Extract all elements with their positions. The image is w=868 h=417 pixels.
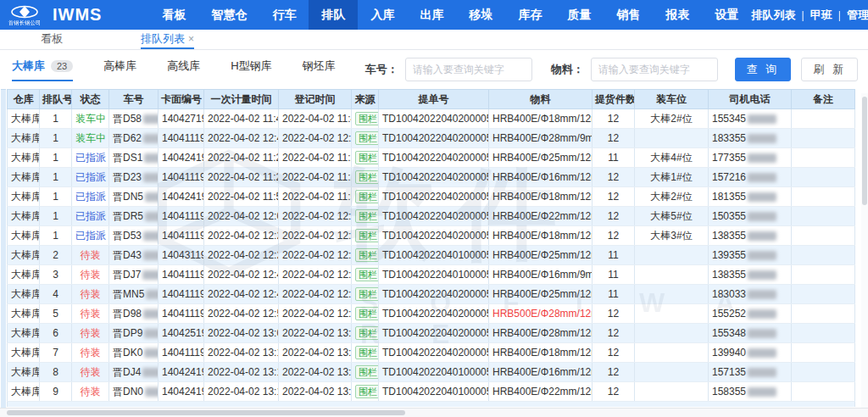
cell-queue-no: 1 bbox=[40, 207, 72, 226]
cell-slot bbox=[635, 246, 709, 265]
query-button[interactable]: 查 询 bbox=[735, 58, 792, 81]
cell-register-time: 2022-04-02 12:41 bbox=[279, 265, 352, 285]
cell-card-no: 14042419 bbox=[159, 382, 204, 402]
refresh-button[interactable]: 刷 新 bbox=[801, 58, 858, 81]
cell-status: 已指派 bbox=[72, 148, 109, 168]
material-text: HRB400E/Φ25mm/12m bbox=[492, 152, 593, 164]
cell-status: 待装 bbox=[72, 304, 109, 324]
nav-item-2[interactable]: 智慧仓 bbox=[198, 0, 259, 30]
nav-item-5[interactable]: 入库 bbox=[358, 0, 407, 30]
plate-search-input[interactable] bbox=[405, 58, 532, 81]
cell-warehouse: 大棒库 bbox=[8, 109, 40, 129]
nav-item-6[interactable]: 出库 bbox=[407, 0, 456, 30]
plate-blur-mask bbox=[142, 368, 158, 377]
cell-qty: 11 bbox=[593, 246, 635, 265]
material-text: HRB500E/Φ28mm/12m bbox=[492, 308, 593, 320]
view-tab-2[interactable]: 排队列表× bbox=[141, 30, 194, 49]
table-row[interactable]: 大棒库 1 装车中 晋D58 14042719 2022-04-02 11:43… bbox=[8, 109, 855, 129]
cell-status: 已指派 bbox=[72, 187, 109, 207]
cell-queue-no: 8 bbox=[40, 363, 72, 382]
cell-status: 待装 bbox=[72, 285, 109, 304]
user-area[interactable]: 排队列表 | 甲班 | 管理员 ▾ bbox=[751, 8, 868, 23]
view-tab-1[interactable]: 看板 bbox=[41, 30, 63, 49]
user-shift[interactable]: 甲班 bbox=[810, 8, 832, 23]
column-header-3: 状态 bbox=[72, 90, 109, 109]
table-row[interactable]: 大棒库 8 待装 晋DJ4 14042419 2022-04-02 13:15 … bbox=[8, 363, 855, 382]
cell-measure-time: 2022-04-02 12:50 bbox=[204, 304, 279, 324]
table-row[interactable]: 大棒库 1 已指派 晋D23 14041119 2022-04-02 11:26… bbox=[8, 168, 855, 187]
cell-remark bbox=[792, 148, 855, 168]
status-badge: 已指派 bbox=[75, 230, 106, 242]
plate-blur-mask bbox=[144, 153, 158, 163]
horizontal-scrollbar[interactable] bbox=[0, 408, 868, 417]
user-context[interactable]: 排队列表 bbox=[751, 8, 795, 23]
table-row[interactable]: 大棒库 9 待装 晋DN0 14042419 2022-04-02 13:18 … bbox=[8, 382, 855, 402]
vertical-scrollbar[interactable] bbox=[861, 93, 868, 409]
left-rail bbox=[1, 89, 6, 409]
phone-prefix: 183355 bbox=[712, 132, 746, 144]
material-search-input[interactable] bbox=[591, 58, 718, 81]
cell-card-no: 14042519 bbox=[159, 324, 204, 343]
cell-slot bbox=[635, 265, 709, 285]
table-row[interactable]: 大棒库 7 待装 晋DK0 14041119 2022-04-02 13:11 … bbox=[8, 343, 855, 363]
cell-plate: 晋DN5 bbox=[109, 187, 159, 207]
nav-item-9[interactable]: 质量 bbox=[554, 0, 604, 30]
table-row[interactable]: 大棒库 1 装车中 晋D62 14041119 2022-04-02 12:46… bbox=[8, 129, 855, 148]
warehouse-tab-1[interactable]: 大棒库23 bbox=[12, 58, 73, 81]
warehouse-tab-2[interactable]: 高棒库 bbox=[103, 58, 136, 81]
cell-measure-time: 2022-04-02 12:41 bbox=[204, 265, 279, 285]
status-badge: 装车中 bbox=[75, 113, 106, 125]
table-row[interactable]: 大棒库 1 已指派 晋D53 14041119 2022-04-02 12:21… bbox=[8, 226, 855, 246]
warehouse-tab-3[interactable]: 高线库 bbox=[167, 58, 200, 81]
source-tag: 围栏 bbox=[355, 287, 379, 301]
nav-item-1[interactable]: 看板 bbox=[149, 0, 198, 30]
table-row[interactable]: 大棒库 5 待装 晋D98 14041119 2022-04-02 12:50 … bbox=[8, 304, 855, 324]
table-row[interactable]: 大棒库 6 待装 晋DP9 14042519 2022-04-02 13:09 … bbox=[8, 324, 855, 343]
nav-item-11[interactable]: 报表 bbox=[653, 0, 702, 30]
cell-remark bbox=[792, 129, 855, 148]
cell-register-time: 2022-04-02 11:53 bbox=[279, 187, 352, 207]
cell-material: HRB400E/Φ18mm/12m bbox=[489, 343, 593, 363]
cell-slot bbox=[635, 129, 709, 148]
cell-measure-time: 2022-04-02 13:11 bbox=[204, 343, 279, 363]
table-row[interactable]: 大棒库 3 待装 晋DJ7 14041119 2022-04-02 12:41 … bbox=[8, 265, 855, 285]
cell-material: HRB400E/Φ18mm/12m bbox=[489, 226, 593, 246]
table-row[interactable]: 大棒库 1 已指派 晋DS1 14042419 2022-04-02 11:26… bbox=[8, 148, 855, 168]
cell-material: HRB400E/Φ22mm/12m bbox=[489, 207, 593, 226]
warehouse-tab-5[interactable]: 钢坯库 bbox=[303, 58, 336, 81]
cell-bill-no: TD10042022040200005320 bbox=[379, 324, 489, 343]
cell-warehouse: 大棒库 bbox=[8, 207, 40, 226]
nav-item-7[interactable]: 移垛 bbox=[456, 0, 505, 30]
cell-source: 围栏 bbox=[352, 343, 379, 363]
cell-remark bbox=[792, 304, 855, 324]
material-text: HRB400E/Φ16mm/9m bbox=[492, 269, 593, 281]
phone-blur-mask bbox=[748, 153, 776, 163]
company-logo: 首钢长钢公司 bbox=[7, 5, 42, 25]
plate-blur-mask bbox=[143, 231, 158, 241]
nav-item-3[interactable]: 行车 bbox=[259, 0, 309, 30]
table-row[interactable]: 大棒库 1 已指派 晋DR5 14041119 2022-04-02 12:02… bbox=[8, 207, 855, 226]
material-text: HRB400E/Φ25mm/12m bbox=[492, 249, 593, 261]
status-badge: 已指派 bbox=[75, 191, 106, 203]
cell-phone: 157216 bbox=[709, 168, 792, 187]
vertical-scrollbar-thumb[interactable] bbox=[862, 97, 867, 205]
warehouse-tab-4[interactable]: H型钢库 bbox=[231, 58, 271, 81]
cell-register-time: 2022-04-02 13:12 bbox=[279, 343, 352, 363]
close-icon[interactable]: × bbox=[188, 33, 194, 45]
table-row[interactable]: 大棒库 2 待装 晋D43 14043119 2022-04-02 12:24 … bbox=[8, 246, 855, 265]
nav-item-8[interactable]: 库存 bbox=[505, 0, 554, 30]
cell-card-no: 14041119 bbox=[159, 207, 204, 226]
plate-prefix: 晋MN5 bbox=[113, 288, 144, 300]
nav-item-10[interactable]: 销售 bbox=[604, 0, 653, 30]
nav-item-12[interactable]: 设置 bbox=[702, 0, 751, 30]
user-role[interactable]: 管理员 bbox=[847, 8, 868, 23]
table-row[interactable]: 大棒库 1 已指派 晋DN5 14042419 2022-04-02 11:53… bbox=[8, 187, 855, 207]
cell-phone: 138355 bbox=[709, 265, 792, 285]
column-header-4: 车号 bbox=[109, 90, 159, 109]
cell-source: 围栏 bbox=[352, 304, 379, 324]
material-text: HRB400E/Φ22mm/12m bbox=[492, 210, 593, 222]
horizontal-scrollbar-thumb[interactable] bbox=[7, 410, 405, 415]
nav-item-4[interactable]: 排队 bbox=[309, 0, 358, 30]
table-row[interactable]: 大棒库 4 待装 晋MN5 14041119 2022-04-02 12:49 … bbox=[8, 285, 855, 304]
cell-material: HRB400E/Φ22mm/12m bbox=[489, 382, 593, 402]
